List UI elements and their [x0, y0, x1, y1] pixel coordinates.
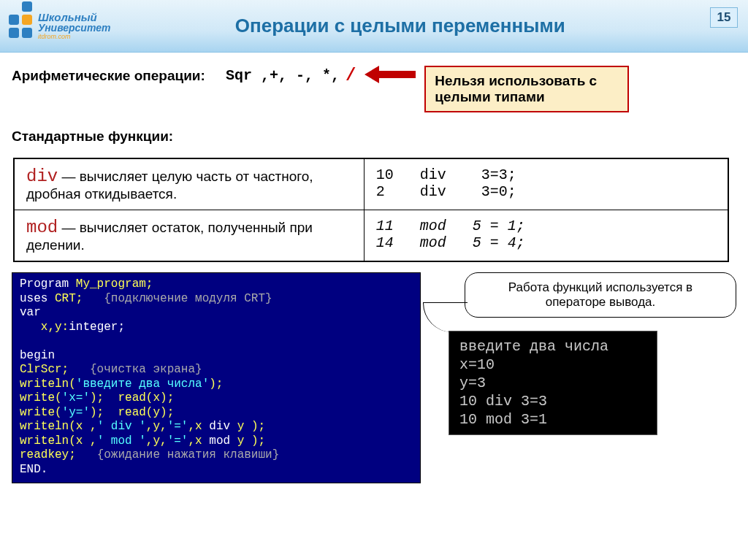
- console-output: введите два числа x=10 y=3 10 div 3=3 10…: [449, 331, 657, 435]
- div-keyword: div: [26, 166, 58, 186]
- logo-icon: [9, 15, 32, 38]
- logo-sub: itdrom.com: [38, 34, 110, 40]
- table-row: div — вычисляет целую часть от частного,…: [14, 158, 728, 210]
- arith-ops: Sqr ,+, -, *,: [226, 67, 340, 84]
- logo-line2: Университет: [38, 23, 110, 33]
- callout-warning: Нельзя использовать с целыми типами: [424, 66, 629, 112]
- slide-header: Школьный Университет itdrom.com Операции…: [0, 0, 748, 53]
- arrow-left-icon: [365, 66, 416, 83]
- page-number: 15: [710, 7, 738, 28]
- slide-content: Арифметические операции: Sqr ,+, -, *, /…: [0, 53, 748, 483]
- table-row: mod — вычисляет остаток, полученный при …: [14, 210, 728, 262]
- stdfunc-label: Стандартные функции:: [12, 129, 736, 145]
- pascal-code: Program My_program; uses CRT; {подключен…: [12, 272, 421, 483]
- logo-line1: Школьный: [38, 12, 110, 23]
- arith-row: Арифметические операции: Sqr ,+, -, *, /…: [12, 66, 736, 112]
- logo: Школьный Университет itdrom.com: [0, 12, 110, 40]
- arith-label: Арифметические операции:: [12, 68, 205, 84]
- mod-examples: 11 mod 5 = 1; 14 mod 5 = 4;: [364, 210, 728, 262]
- slide-title: Операции с целыми переменными: [110, 15, 748, 37]
- mod-keyword: mod: [26, 218, 58, 237]
- arith-slash: /: [346, 66, 356, 85]
- mod-desc: — вычисляет остаток, полученный при деле…: [26, 220, 313, 253]
- logo-text: Школьный Университет itdrom.com: [38, 12, 110, 40]
- div-desc: — вычисляет целую часть от частного, дро…: [26, 169, 313, 202]
- speech-bubble: Работа функций используется в операторе …: [465, 272, 736, 318]
- operations-table: div — вычисляет целую часть от частного,…: [13, 158, 729, 262]
- div-examples: 10 div 3=3; 2 div 3=0;: [364, 158, 728, 210]
